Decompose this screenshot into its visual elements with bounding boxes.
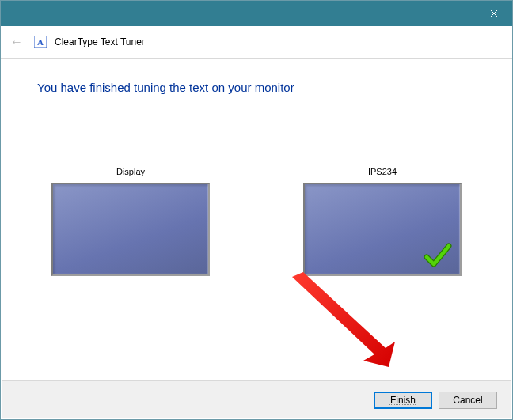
- app-icon: A: [34, 36, 47, 48]
- svg-text:A: A: [37, 37, 44, 47]
- monitor-label: Display: [51, 167, 210, 176]
- monitor-column: IPS234: [303, 167, 462, 276]
- checkmark-icon: [422, 240, 454, 271]
- titlebar: [1, 1, 512, 26]
- monitor-column: Display: [51, 167, 210, 276]
- annotation-arrow-icon: [286, 272, 397, 367]
- page-heading: You have finished tuning the text on you…: [37, 81, 476, 94]
- cancel-button[interactable]: Cancel: [439, 392, 497, 409]
- monitors-row: Display IPS234: [37, 167, 476, 276]
- back-arrow-icon: ←: [7, 33, 26, 51]
- header-bar: ← A ClearType Text Tuner: [1, 26, 512, 59]
- monitor-preview-1: [51, 183, 210, 276]
- app-title: ClearType Text Tuner: [55, 36, 145, 47]
- footer-bar: Finish Cancel: [2, 380, 511, 418]
- wizard-window: ← A ClearType Text Tuner You have finish…: [0, 0, 513, 420]
- finish-button[interactable]: Finish: [374, 392, 432, 409]
- monitor-preview-2: [303, 183, 462, 276]
- close-icon: [490, 9, 498, 17]
- content-area: You have finished tuning the text on you…: [1, 59, 512, 358]
- monitor-label: IPS234: [303, 167, 462, 176]
- svg-marker-2: [292, 272, 395, 367]
- close-button[interactable]: [476, 1, 512, 26]
